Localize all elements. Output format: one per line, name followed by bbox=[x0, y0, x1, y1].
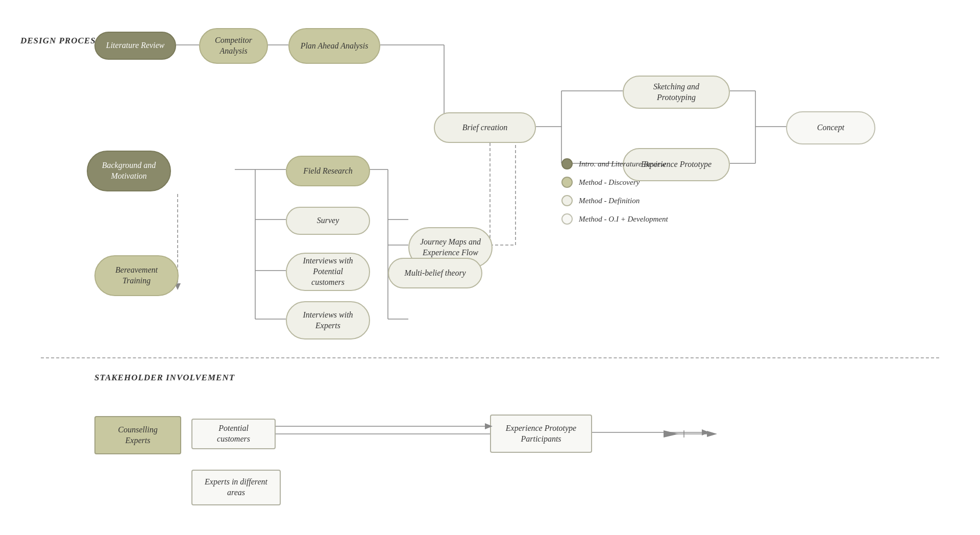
legend-item-medium: Method - Discovery bbox=[561, 177, 668, 188]
node-potential-customers: Potential customers bbox=[191, 419, 276, 449]
node-bereavement: Bereavement Training bbox=[94, 255, 179, 296]
legend-circle-white bbox=[561, 213, 573, 225]
stakeholder-arrow-right-svg bbox=[592, 426, 720, 442]
node-counselling: Counselling Experts bbox=[94, 416, 181, 454]
node-multi-belief: Multi-belief theory bbox=[388, 258, 482, 288]
node-background: Background and Motivation bbox=[87, 151, 171, 191]
node-brief-creation: Brief creation bbox=[434, 112, 536, 143]
node-plan-ahead: Plan Ahead Analysis bbox=[288, 28, 380, 64]
legend-label-medium: Method - Discovery bbox=[579, 178, 640, 187]
node-experts-areas: Experts in different areas bbox=[191, 470, 281, 505]
node-interviews-experts: Interviews with Experts bbox=[286, 301, 370, 339]
svg-marker-40 bbox=[485, 423, 493, 429]
node-sketching: Sketching and Prototyping bbox=[623, 76, 730, 109]
legend: Intro. and Literature Review Method - Di… bbox=[561, 158, 668, 232]
node-concept: Concept bbox=[786, 111, 875, 144]
main-container: DESIGN PROCESS Literature Review Competi… bbox=[0, 0, 980, 535]
stakeholder-arrow-svg bbox=[276, 419, 582, 434]
node-interviews-customers: Interviews with Potential customers bbox=[286, 253, 370, 291]
legend-item-white: Method - O.I + Development bbox=[561, 213, 668, 225]
stakeholder-label: STAKEHOLDER INVOLVEMENT bbox=[94, 373, 235, 383]
svg-marker-42 bbox=[702, 429, 709, 435]
node-literature-review: Literature Review bbox=[94, 32, 176, 60]
section-divider bbox=[41, 357, 939, 358]
design-process-label: DESIGN PROCESS bbox=[20, 36, 101, 46]
legend-label-light: Method - Definition bbox=[579, 197, 640, 205]
node-field-research: Field Research bbox=[286, 156, 370, 186]
node-survey: Survey bbox=[286, 207, 370, 235]
legend-circle-dark bbox=[561, 158, 573, 169]
legend-label-white: Method - O.I + Development bbox=[579, 215, 668, 224]
legend-item-light: Method - Definition bbox=[561, 195, 668, 206]
legend-label-dark: Intro. and Literature Review bbox=[579, 160, 666, 168]
legend-circle-light bbox=[561, 195, 573, 206]
legend-item-dark: Intro. and Literature Review bbox=[561, 158, 668, 169]
legend-circle-medium bbox=[561, 177, 573, 188]
node-competitor-analysis: Competitor Analysis bbox=[199, 28, 268, 64]
